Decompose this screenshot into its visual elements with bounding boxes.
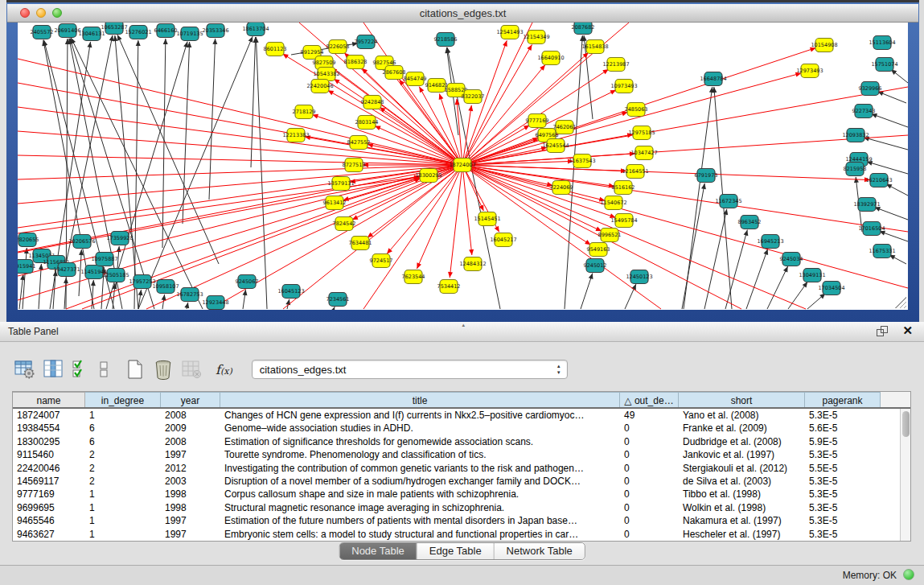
- close-panel-icon[interactable]: ✕: [902, 323, 913, 338]
- clear-selection-icon[interactable]: [98, 360, 111, 379]
- table-settings-icon[interactable]: [14, 360, 35, 379]
- column-header-name[interactable]: name: [13, 392, 85, 407]
- table-cell: 2008: [161, 409, 220, 422]
- select-rows-icon[interactable]: [72, 360, 90, 379]
- graph-node-label: 2820655: [18, 237, 39, 243]
- column-header-pagerank[interactable]: pagerank: [805, 392, 881, 407]
- graph-node-label: 16045123: [277, 288, 304, 295]
- table-tabs: Node TableEdge TableNetwork Table: [339, 542, 585, 560]
- column-header-title[interactable]: title: [220, 392, 620, 407]
- table-row[interactable]: 1938455462009Genome–wide association stu…: [13, 422, 900, 435]
- window-title: citations_edges.txt: [7, 7, 918, 19]
- table-cell: 5.3E-5: [805, 528, 881, 541]
- graph-node-label: 8601123: [264, 46, 287, 52]
- window-resize-grip[interactable]: [895, 297, 906, 308]
- table-cell: 2009: [161, 422, 220, 435]
- network-canvas[interactable]: 1872400786011238912954822605898275098186…: [18, 23, 908, 310]
- graph-edge-arrowhead: [162, 295, 166, 300]
- graph-edge-arrowhead: [136, 40, 141, 46]
- graph-edge: [251, 37, 256, 167]
- table-source-select[interactable]: citations_edges.txt ▲▼: [252, 360, 568, 379]
- table-cell: 0: [620, 462, 679, 475]
- graph-node-label: 8963452: [738, 219, 762, 225]
- graph-node-label: 13049131: [799, 272, 825, 278]
- table-cell: 22420046: [13, 462, 85, 475]
- table-cell: Wolkin et al. (1998): [679, 501, 805, 514]
- new-table-icon[interactable]: [125, 359, 145, 380]
- table-cell: 49: [620, 409, 679, 422]
- graph-node-label: 2718129: [293, 109, 316, 115]
- column-header-short[interactable]: short: [679, 392, 805, 407]
- table-row[interactable]: 2242004622012Investigating the contribut…: [13, 462, 900, 475]
- table-vertical-scrollbar[interactable]: [900, 409, 910, 541]
- column-header-out_de[interactable]: △ out_de…: [620, 392, 679, 407]
- table-row[interactable]: 1872400712008Changes of HCN gene express…: [13, 409, 900, 422]
- graph-edge-arrowhead: [803, 282, 808, 287]
- graph-node-label: 16210643: [865, 177, 892, 183]
- import-table-disabled-icon: [182, 360, 203, 379]
- scrollbar-thumb[interactable]: [902, 411, 910, 437]
- table-cell: 1: [85, 409, 161, 422]
- table-cell: 2003: [161, 475, 220, 488]
- tab-node-table[interactable]: Node Table: [339, 543, 417, 559]
- graph-node-label: 9245067: [236, 278, 259, 285]
- delete-icon[interactable]: [153, 359, 174, 380]
- table-panel: ▴ Table Panel ✕ f(x) citations_edges.txt: [0, 322, 924, 585]
- graph-node-label: 12923448: [202, 299, 228, 306]
- graph-node-label: 8996521: [598, 232, 622, 238]
- table-cell: 0: [620, 501, 679, 514]
- graph-node-label: 16648784: [700, 76, 726, 82]
- table-row[interactable]: 977716911998Corpus callosum shape and si…: [13, 488, 900, 501]
- graph-node-label: 2087682: [572, 24, 595, 31]
- graph-edge-arrowhead: [109, 35, 114, 41]
- table-cell: 1: [85, 488, 161, 501]
- graph-node-label: 17034504: [818, 285, 844, 291]
- column-header-year[interactable]: year: [161, 392, 220, 407]
- table-cell: 9463627: [13, 528, 85, 541]
- table-cell: 6: [85, 422, 161, 435]
- graph-node-label: 8186328: [344, 59, 368, 65]
- table-row[interactable]: 946362711997Embryonic stem cells: a mode…: [13, 528, 900, 541]
- table-row[interactable]: 911546021997Tourette syndrome. Phenomeno…: [13, 448, 900, 461]
- table-row[interactable]: 1830029562008Estimation of significance …: [13, 435, 900, 448]
- table-cell: 6: [85, 435, 161, 448]
- table-row[interactable]: 1456911722003Disruption of a novel membe…: [13, 475, 900, 488]
- column-header-in_degree[interactable]: in_degree: [85, 392, 161, 407]
- graph-edge: [867, 162, 908, 174]
- tab-network-table[interactable]: Network Table: [495, 543, 585, 559]
- table-cell: 5.3E-5: [805, 448, 881, 461]
- table-cell: 1997: [161, 448, 220, 461]
- window-titlebar[interactable]: citations_edges.txt: [7, 4, 918, 23]
- table-cell: 9465546: [13, 514, 85, 527]
- graph-node-label: 16945213: [757, 238, 783, 245]
- graph-node-label: 8912954: [301, 49, 324, 56]
- panel-divider-handle[interactable]: ▴: [462, 323, 469, 327]
- graph-node-label: 6466160: [154, 27, 178, 34]
- table-cell: 9777169: [13, 488, 85, 501]
- tab-edge-table[interactable]: Edge Table: [417, 543, 495, 559]
- select-columns-icon[interactable]: [43, 360, 64, 379]
- function-builder-icon[interactable]: f(x): [216, 362, 232, 377]
- memory-status-label: Memory: OK: [843, 570, 897, 581]
- graph-node-label: 10973493: [610, 83, 637, 89]
- table-row[interactable]: 969969511998Structural magnetic resonanc…: [13, 501, 900, 514]
- graph-edge-arrowhead: [183, 42, 188, 48]
- graph-edge: [66, 35, 113, 264]
- float-panel-icon[interactable]: [877, 326, 889, 338]
- graph-edge: [256, 37, 267, 309]
- memory-status-indicator[interactable]: [903, 569, 914, 580]
- graph-node-label: 9245012: [584, 262, 607, 269]
- table-panel-header[interactable]: ▴ Table Panel ✕: [0, 322, 924, 342]
- table-cell: 0: [620, 488, 679, 501]
- table-cell: Yano et al. (2008): [679, 409, 805, 422]
- graph-node-label: 16045217: [490, 237, 516, 243]
- graph-node-label: 13427371: [53, 266, 80, 273]
- table-cell: Tourette syndrome. Phenomenology and cla…: [220, 448, 620, 461]
- table-cell: Genome–wide association studies in ADHD.: [220, 422, 620, 435]
- table-cell: 2008: [161, 435, 220, 448]
- select-stepper-icon: ▲▼: [556, 363, 561, 376]
- table-source-value: citations_edges.txt: [260, 364, 347, 376]
- table-row[interactable]: 946554611997Estimation of the future num…: [13, 514, 900, 527]
- table-cell: Stergiakouli et al. (2012): [679, 462, 805, 475]
- table-cell: Tibbo et al. (1998): [679, 488, 805, 501]
